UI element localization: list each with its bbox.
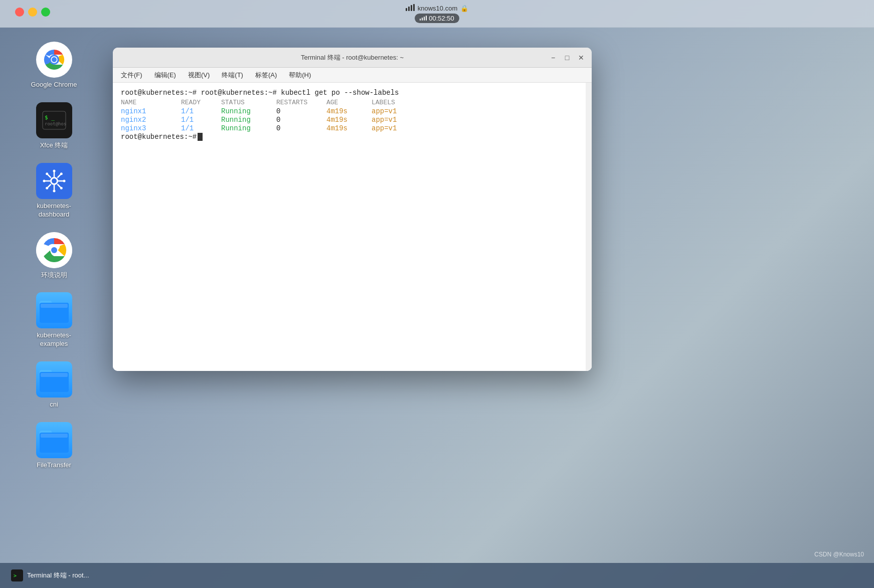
watermark: CSDN @Knows10: [814, 551, 864, 558]
svg-point-11: [52, 57, 57, 62]
timer-text: 00:52:50: [429, 15, 454, 22]
td-nginx3-age: 4m19s: [326, 124, 372, 132]
svg-point-28: [43, 179, 45, 182]
table-row: nginx3 1/1 Running 0 4m19s app=v1: [121, 124, 584, 132]
terminal-minimize-button[interactable]: −: [549, 53, 558, 62]
command-prompt: root@kubernetes:~#: [121, 89, 201, 97]
menubar: knows10.com 🔒 00:52:50: [0, 0, 874, 28]
td-nginx1-labels: app=v1: [372, 107, 432, 115]
command-text: root@kubernetes:~# kubectl get po --show…: [201, 89, 399, 97]
td-nginx1-age: 4m19s: [326, 107, 372, 115]
td-nginx3-ready: 1/1: [181, 124, 221, 132]
th-restarts: RESTARTS: [276, 99, 326, 106]
svg-point-27: [53, 189, 55, 192]
cni-folder-icon: [36, 361, 72, 398]
svg-rect-40: [41, 304, 68, 308]
k8s-examples-folder-icon: [36, 292, 72, 328]
terminal-menu-view[interactable]: 视图(V): [186, 70, 212, 81]
td-nginx1-ready: 1/1: [181, 107, 221, 115]
svg-point-32: [60, 172, 62, 175]
terminal-menu-edit[interactable]: 编辑(E): [152, 70, 178, 81]
td-nginx2-restarts: 0: [276, 116, 326, 124]
svg-text:>_: >_: [14, 573, 20, 578]
terminal-window-controls: − □ ✕: [549, 53, 586, 62]
svg-point-36: [51, 247, 57, 253]
menubar-domain: knows10.com 🔒: [406, 4, 468, 13]
terminal-close-button[interactable]: ✕: [577, 53, 586, 62]
td-nginx1-status: Running: [221, 107, 276, 115]
sidebar-item-google-chrome[interactable]: Google Chrome: [17, 38, 92, 93]
th-name: NAME: [121, 99, 181, 106]
table-row: nginx1 1/1 Running 0 4m19s app=v1: [121, 107, 584, 115]
table-header: NAME READY STATUS RESTARTS AGE LABELS: [121, 99, 584, 106]
table-row: nginx2 1/1 Running 0 4m19s app=v1: [121, 116, 584, 124]
signal-icon: [406, 4, 415, 13]
th-age: AGE: [326, 99, 372, 106]
svg-point-25: [52, 178, 57, 183]
k8s-icon-img: [36, 163, 72, 199]
next-prompt: root@kubernetes:~#: [121, 133, 584, 141]
taskbar-terminal-label: Terminal 终端 - root...: [27, 571, 89, 580]
cursor-block: [198, 133, 203, 141]
td-nginx1-restarts: 0: [276, 107, 326, 115]
terminal-menu-tabs[interactable]: 标签(A): [253, 70, 279, 81]
desktop: knows10.com 🔒 00:52:50: [0, 0, 874, 588]
kubernetes-examples-label: kubernetes-examples: [37, 331, 71, 348]
timer-signal-icon: [420, 15, 427, 22]
svg-point-33: [46, 187, 48, 189]
taskbar-terminal-item[interactable]: >_ Terminal 终端 - root...: [6, 567, 94, 583]
td-nginx3-restarts: 0: [276, 124, 326, 132]
terminal-menu-help[interactable]: 帮助(H): [287, 70, 313, 81]
svg-text:root@host: root@host: [45, 121, 67, 126]
lock-icon: 🔒: [460, 5, 468, 12]
th-labels: LABELS: [372, 99, 432, 106]
sidebar-item-env-description[interactable]: 环境说明: [17, 228, 92, 284]
terminal-content[interactable]: root@kubernetes:~# root@kubernetes:~# ku…: [113, 83, 592, 371]
xfce-terminal-label: Xfce 终端: [40, 141, 68, 150]
terminal-titlebar: Terminal 终端 - root@kubernetes: ~ − □ ✕: [113, 48, 592, 68]
svg-rect-44: [41, 373, 68, 377]
terminal-icon-img: $ _ root@host: [36, 102, 72, 138]
env-description-label: 环境说明: [41, 271, 67, 280]
filetransfer-folder-icon: [36, 422, 72, 458]
terminal-scrollbar[interactable]: [586, 83, 592, 371]
screen-traffic-lights: [15, 8, 50, 17]
td-nginx1-name: nginx1: [121, 107, 181, 115]
td-nginx2-status: Running: [221, 116, 276, 124]
taskbar-terminal-icon: >_: [11, 569, 23, 581]
svg-rect-6: [424, 17, 425, 21]
terminal-menu-file[interactable]: 文件(F): [119, 70, 144, 81]
terminal-window: Terminal 终端 - root@kubernetes: ~ − □ ✕ 文…: [113, 48, 592, 371]
terminal-menu-terminal[interactable]: 终端(T): [220, 70, 245, 81]
google-chrome-label: Google Chrome: [31, 81, 77, 89]
td-nginx2-labels: app=v1: [372, 116, 432, 124]
svg-rect-4: [420, 19, 421, 21]
td-nginx3-status: Running: [221, 124, 276, 132]
svg-point-29: [63, 179, 65, 182]
terminal-maximize-button[interactable]: □: [563, 53, 572, 62]
sidebar-item-cni[interactable]: cni: [17, 357, 92, 413]
svg-rect-5: [422, 18, 423, 21]
svg-rect-2: [411, 5, 412, 11]
domain-text: knows10.com: [418, 5, 457, 12]
screen-minimize-button[interactable]: [28, 8, 37, 17]
th-status: STATUS: [221, 99, 276, 106]
svg-rect-0: [406, 8, 407, 11]
kubernetes-dashboard-label: kubernetes-dashboard: [37, 202, 71, 219]
screen-close-button[interactable]: [15, 8, 24, 17]
svg-rect-3: [413, 4, 415, 11]
svg-point-31: [60, 187, 62, 189]
td-nginx2-age: 4m19s: [326, 116, 372, 124]
env-chrome-icon-img: [36, 232, 72, 268]
screen-maximize-button[interactable]: [41, 8, 50, 17]
td-nginx3-labels: app=v1: [372, 124, 432, 132]
terminal-title: Terminal 终端 - root@kubernetes: ~: [301, 53, 404, 62]
sidebar-item-kubernetes-dashboard[interactable]: kubernetes-dashboard: [17, 159, 92, 223]
svg-text:$ _: $ _: [45, 114, 55, 121]
sidebar-item-kubernetes-examples[interactable]: kubernetes-examples: [17, 288, 92, 352]
svg-rect-1: [408, 7, 410, 11]
sidebar-item-xfce-terminal[interactable]: $ _ root@host Xfce 终端: [17, 98, 92, 154]
svg-point-26: [53, 169, 55, 172]
sidebar-item-filetransfer[interactable]: FileTransfer: [17, 418, 92, 474]
next-prompt-text: root@kubernetes:~#: [121, 133, 197, 141]
